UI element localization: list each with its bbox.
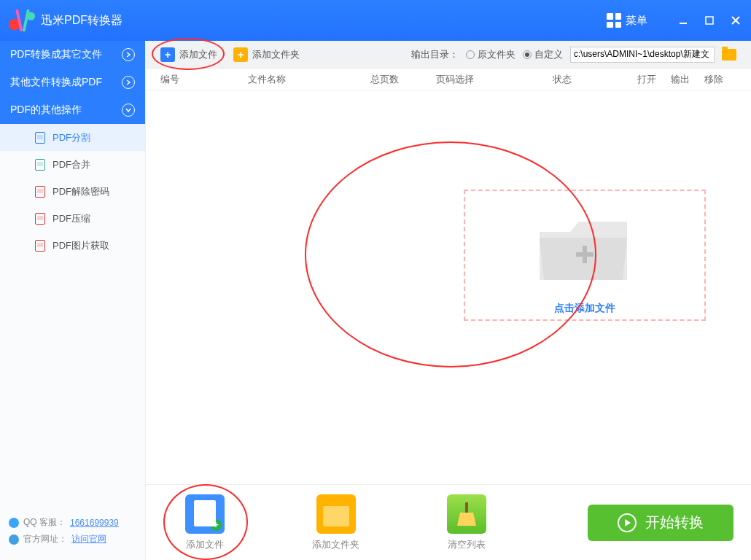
browser-icon — [9, 534, 19, 545]
pdf-icon — [35, 132, 45, 144]
sidebar: PDF转换成其它文件 其他文件转换成PDF PDF的其他操作 PDF分割 PDF… — [0, 41, 146, 560]
plus-icon: + — [160, 47, 175, 62]
browse-folder-button[interactable] — [722, 49, 736, 61]
radio-custom[interactable]: 自定义 — [523, 48, 563, 61]
play-icon — [618, 513, 637, 532]
col-index: 编号 — [160, 73, 248, 86]
add-file-icon: + — [185, 494, 225, 534]
button-label: 添加文件 — [186, 538, 224, 551]
plus-icon: + — [233, 47, 248, 62]
sidebar-group-pdf-to-other[interactable]: PDF转换成其它文件 — [0, 41, 145, 69]
group-label: 其他文件转换成PDF — [10, 76, 102, 89]
output-dir-label: 输出目录： — [411, 48, 459, 61]
sidebar-item-label: PDF图片获取 — [52, 239, 109, 252]
pdf-icon — [35, 213, 45, 225]
close-button[interactable] — [729, 14, 742, 27]
drop-label: 点击添加文件 — [554, 302, 615, 315]
drop-file-zone[interactable]: 点击添加文件 — [464, 190, 706, 321]
group-label: PDF的其他操作 — [10, 104, 82, 117]
radio-label: 原文件夹 — [478, 48, 515, 61]
qq-icon — [9, 518, 19, 528]
sidebar-group-pdf-other-ops[interactable]: PDF的其他操作 — [0, 96, 145, 124]
button-label: 添加文件夹 — [252, 48, 300, 61]
add-folder-big-button[interactable]: + 添加文件夹 — [312, 494, 359, 551]
col-page-select: 页码选择 — [436, 73, 553, 86]
chevron-right-icon — [122, 76, 135, 89]
svg-rect-3 — [706, 17, 713, 24]
group-label: PDF转换成其它文件 — [10, 48, 102, 61]
site-label: 官方网址： — [23, 533, 67, 545]
sidebar-item-label: PDF分割 — [52, 131, 90, 144]
sidebar-footer: QQ 客服：1661699939 官方网址：访问官网 — [0, 509, 145, 560]
col-open: 打开 — [637, 73, 671, 86]
add-folder-icon: + — [316, 494, 356, 534]
site-link[interactable]: 访问官网 — [71, 533, 106, 545]
start-convert-button[interactable]: 开始转换 — [588, 505, 734, 541]
table-header: 编号 文件名称 总页数 页码选择 状态 打开 输出 移除 — [146, 69, 751, 90]
maximize-button[interactable] — [703, 14, 716, 27]
toolbar: +添加文件 +添加文件夹 输出目录： 原文件夹 自定义 — [146, 41, 751, 69]
qq-link[interactable]: 1661699939 — [70, 518, 119, 528]
menu-label: 菜单 — [626, 14, 647, 28]
sidebar-item-label: PDF解除密码 — [52, 185, 109, 198]
radio-icon — [523, 50, 532, 59]
sidebar-group-other-to-pdf[interactable]: 其他文件转换成PDF — [0, 69, 145, 96]
col-output: 输出 — [671, 73, 704, 86]
radio-icon — [466, 50, 475, 59]
pdf-icon — [35, 186, 45, 198]
radio-original-folder[interactable]: 原文件夹 — [466, 48, 515, 61]
pdf-icon — [35, 240, 45, 252]
button-label: 开始转换 — [645, 513, 704, 532]
drop-area: 点击添加文件 — [146, 90, 751, 484]
menu-button[interactable]: 菜单 — [607, 13, 647, 28]
sidebar-item-pdf-decrypt[interactable]: PDF解除密码 — [0, 178, 145, 205]
button-label: 清空列表 — [448, 538, 486, 551]
qq-label: QQ 客服： — [23, 516, 66, 529]
add-file-big-button[interactable]: + 添加文件 — [185, 494, 225, 551]
pdf-icon — [35, 159, 45, 171]
col-remove: 移除 — [704, 73, 734, 86]
logo-icon — [9, 7, 36, 34]
app-logo: 迅米PDF转换器 — [9, 7, 122, 34]
sidebar-item-label: PDF压缩 — [52, 212, 90, 225]
col-status: 状态 — [553, 73, 637, 86]
add-folder-button[interactable]: +添加文件夹 — [233, 47, 300, 62]
minimize-button[interactable] — [677, 14, 690, 27]
button-label: 添加文件 — [179, 48, 217, 61]
grid-icon — [607, 13, 621, 28]
col-pages: 总页数 — [370, 73, 436, 86]
sidebar-item-label: PDF合并 — [52, 158, 90, 171]
chevron-down-icon — [122, 104, 135, 117]
sidebar-item-pdf-extract-images[interactable]: PDF图片获取 — [0, 232, 145, 259]
clear-list-button[interactable]: 清空列表 — [447, 494, 486, 551]
add-file-button[interactable]: +添加文件 — [160, 47, 217, 62]
sidebar-item-pdf-compress[interactable]: PDF压缩 — [0, 205, 145, 232]
bottom-bar: + 添加文件 + 添加文件夹 清空列表 开始转换 — [146, 484, 751, 560]
col-filename: 文件名称 — [248, 73, 370, 86]
chevron-right-icon — [122, 48, 135, 61]
button-label: 添加文件夹 — [312, 538, 359, 551]
svg-rect-8 — [465, 502, 468, 513]
radio-label: 自定义 — [534, 48, 563, 61]
broom-icon — [447, 494, 486, 534]
app-title: 迅米PDF转换器 — [41, 13, 122, 28]
sidebar-item-pdf-split[interactable]: PDF分割 — [0, 124, 145, 151]
sidebar-item-pdf-merge[interactable]: PDF合并 — [0, 151, 145, 178]
output-path-input[interactable] — [570, 47, 715, 63]
